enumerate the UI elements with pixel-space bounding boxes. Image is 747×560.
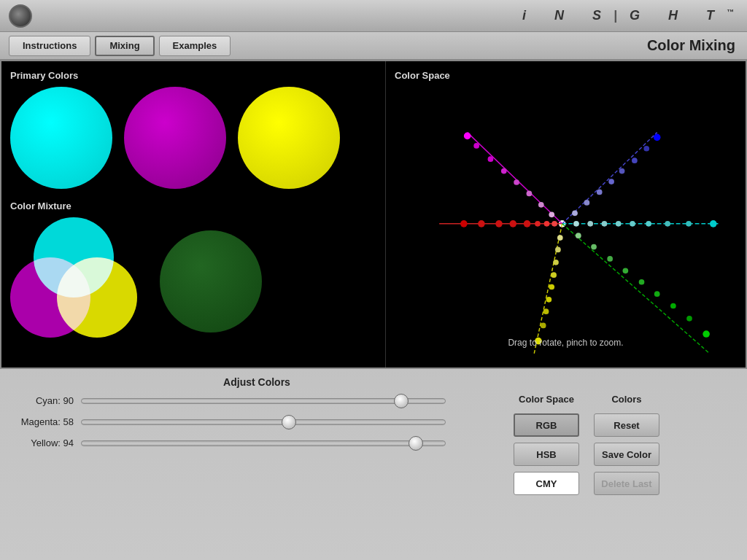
slider-row-yellow: Yellow: 94 (12, 438, 502, 448)
svg-point-9 (551, 221, 557, 227)
color-space-svg (395, 87, 737, 354)
color-space-buttons: Color Space RGB HSB CMY (514, 394, 579, 495)
app-header: i N S | G H T ™ (0, 0, 747, 32)
colors-buttons: Colors Reset Save Color Delete Last (594, 394, 659, 495)
primary-circles-row (10, 87, 376, 189)
cyan-label: Cyan: 90 (12, 395, 81, 406)
svg-point-53 (639, 279, 645, 285)
slider-row-magenta: Magenta: 58 (12, 416, 502, 427)
svg-point-35 (632, 158, 638, 163)
slider-row-cyan: Cyan: 90 (12, 395, 502, 406)
svg-point-3 (478, 220, 485, 228)
svg-point-15 (630, 221, 635, 227)
tab-instructions[interactable]: Instructions (9, 36, 90, 56)
color-space-canvas[interactable]: Drag to rotate, pinch to zoom. (395, 87, 737, 354)
svg-point-28 (464, 133, 471, 140)
magenta-slider-track[interactable] (81, 419, 446, 425)
svg-point-49 (576, 233, 581, 238)
svg-point-51 (607, 256, 613, 262)
svg-point-17 (665, 221, 670, 227)
yellow-slider-track[interactable] (81, 440, 446, 446)
btn-hsb[interactable]: HSB (514, 443, 579, 466)
svg-point-18 (686, 221, 692, 227)
left-panel: Primary Colors Color Mixture (1, 61, 386, 368)
circle-dark-green (160, 230, 262, 332)
page-title: Color Mixing (647, 37, 735, 54)
magenta-label: Magenta: 58 (12, 416, 81, 427)
svg-point-21 (549, 211, 554, 217)
btn-cmy[interactable]: CMY (514, 472, 579, 495)
svg-point-16 (646, 221, 651, 227)
svg-point-25 (501, 168, 507, 174)
svg-point-55 (670, 303, 676, 309)
svg-point-36 (643, 146, 649, 152)
svg-point-30 (572, 211, 578, 217)
svg-point-56 (686, 316, 692, 322)
svg-point-40 (555, 247, 561, 253)
svg-point-31 (584, 200, 590, 206)
svg-point-24 (514, 179, 519, 185)
svg-point-37 (654, 134, 661, 141)
btn-save-color[interactable]: Save Color (594, 443, 659, 466)
svg-point-7 (535, 221, 541, 227)
primary-colors-label: Primary Colors (10, 70, 376, 81)
mixture-row (10, 217, 376, 345)
yellow-label: Yellow: 94 (12, 438, 81, 448)
circle-cyan (10, 87, 112, 189)
overlap-yellow (57, 257, 137, 338)
svg-point-4 (495, 220, 503, 228)
color-space-section-title: Color Space (519, 394, 574, 405)
magenta-slider-thumb[interactable] (282, 415, 296, 429)
svg-point-54 (654, 291, 660, 297)
colors-section-title: Colors (611, 394, 641, 405)
bottom-controls: Adjust Colors Cyan: 90 Magenta: 58 Yello… (0, 369, 747, 502)
svg-point-6 (524, 220, 531, 228)
yellow-slider-thumb[interactable] (409, 436, 423, 451)
adjust-colors-title: Adjust Colors (12, 376, 502, 388)
insight-logo-text: i N S | G H T ™ (522, 8, 738, 23)
btn-rgb[interactable]: RGB (514, 413, 579, 437)
svg-point-26 (488, 156, 494, 162)
svg-point-41 (553, 260, 559, 265)
svg-point-43 (549, 284, 554, 290)
svg-point-46 (541, 323, 546, 329)
right-panel[interactable]: Color Space (386, 61, 746, 368)
overlap-circles (10, 217, 138, 345)
svg-point-27 (473, 143, 479, 149)
svg-point-44 (546, 297, 552, 303)
svg-point-52 (623, 268, 629, 273)
svg-line-48 (562, 224, 710, 354)
cyan-slider-thumb[interactable] (394, 394, 409, 408)
right-controls: Color Space RGB HSB CMY Colors Reset Sav… (502, 376, 735, 495)
svg-point-39 (557, 235, 563, 241)
svg-point-2 (460, 220, 468, 228)
main-canvas-area: Primary Colors Color Mixture Color Space (0, 60, 747, 369)
svg-point-34 (619, 168, 625, 174)
color-space-label: Color Space (395, 70, 737, 81)
svg-point-42 (551, 272, 557, 278)
mixture-section: Color Mixture (10, 201, 376, 345)
tab-bar: Instructions Mixing Examples Color Mixin… (0, 32, 747, 60)
tab-examples[interactable]: Examples (159, 36, 231, 56)
color-mixture-label: Color Mixture (10, 201, 376, 211)
cyan-slider-track[interactable] (81, 398, 446, 404)
svg-point-19 (710, 220, 717, 228)
svg-point-33 (608, 179, 614, 184)
svg-line-20 (468, 133, 562, 224)
app-logo (9, 4, 32, 28)
sliders-section: Adjust Colors Cyan: 90 Magenta: 58 Yello… (12, 376, 502, 459)
svg-point-12 (587, 221, 593, 227)
svg-point-57 (703, 330, 710, 338)
svg-line-38 (534, 224, 562, 354)
btn-reset[interactable]: Reset (594, 413, 659, 437)
svg-point-32 (597, 190, 603, 195)
svg-point-13 (602, 221, 608, 227)
circle-magenta (124, 87, 226, 189)
tab-mixing[interactable]: Mixing (95, 36, 154, 56)
svg-point-8 (544, 221, 550, 227)
svg-point-14 (616, 221, 622, 227)
svg-point-45 (543, 308, 549, 314)
btn-delete-last[interactable]: Delete Last (594, 472, 659, 495)
svg-line-29 (562, 133, 657, 224)
svg-point-23 (527, 191, 533, 197)
